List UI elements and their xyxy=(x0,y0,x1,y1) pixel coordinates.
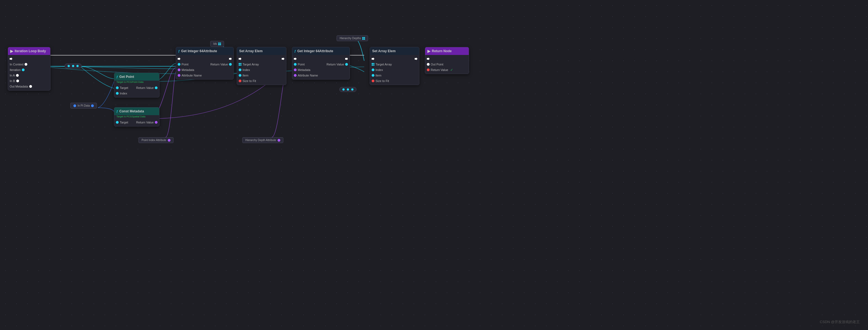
sizetofit-pin-sa2[interactable] xyxy=(372,80,374,82)
metadata-pin-gi1[interactable] xyxy=(178,68,181,71)
target-pin-cm[interactable] xyxy=(116,121,119,124)
exec-out-row xyxy=(8,56,50,62)
node-header-getint2: ƒ Get Integer 64Attribute xyxy=(292,47,349,55)
node-subtitle-getpoint: Target is PCGPoint Data xyxy=(114,81,159,84)
point-pin-gi1[interactable] xyxy=(178,63,181,66)
returnvalue-pin-return[interactable] xyxy=(427,68,430,71)
hierarchy-depths-icon xyxy=(362,37,365,40)
ids-node: Ids xyxy=(210,41,224,47)
index-pin-gp[interactable] xyxy=(116,92,119,95)
get-point-node: ƒ Get Point Target is PCGPoint Data Targ… xyxy=(114,73,159,98)
node-header-getpoint: ƒ Get Point xyxy=(114,73,159,81)
node-title-constmeta: Const Metadata xyxy=(120,109,144,113)
item-pin-sa2[interactable] xyxy=(372,74,374,77)
node-title-return: Return Node xyxy=(432,49,452,53)
node-subtitle-constmeta: Target is PCGSpatial Data xyxy=(114,115,159,118)
ina-pin[interactable] xyxy=(16,74,19,77)
ids-array-icon xyxy=(218,43,221,45)
dot3 xyxy=(76,65,79,67)
item-pin-sa1[interactable] xyxy=(239,74,241,77)
hierarchy-depths-node: Hierarchy Depths xyxy=(337,35,368,41)
node-header-setarr1: Set Array Elem xyxy=(237,47,286,55)
blueprint-canvas[interactable]: ▶ Iteration Loop Body In Context Iterati… xyxy=(0,0,868,330)
metadata-pin-gi2[interactable] xyxy=(294,68,297,71)
hierarchy-depth-attr-label: Hierarchy Depth Attribute xyxy=(245,139,276,142)
returnvalue-pin-gi2[interactable] xyxy=(345,63,348,66)
connector-row-2 xyxy=(339,87,356,92)
node-body-setarr1: Target Array Index Item Size to Fit xyxy=(237,55,286,85)
const-metadata-node: ƒ Const Metadata Target is PCGSpatial Da… xyxy=(114,107,159,127)
ina-row: In A xyxy=(8,73,50,78)
node-body-return: Out Point Return Value ✓ xyxy=(425,55,469,74)
node-title-iteration: Iteration Loop Body xyxy=(14,49,46,53)
node-body-iteration: In Context Iteration In A In B Out Metad… xyxy=(8,55,50,90)
inb-pin[interactable] xyxy=(16,80,19,82)
node-title-getint2: Get Integer 64Attribute xyxy=(298,49,333,53)
set-array-elem-1-node: Set Array Elem Target Array Index Item S… xyxy=(237,47,286,85)
returnvalue-pin-gi1[interactable] xyxy=(229,63,232,66)
exec-in-return[interactable] xyxy=(427,57,430,60)
index-pin-sa2[interactable] xyxy=(372,68,374,71)
dot1 xyxy=(68,65,70,67)
point-index-attr-label: Point Index Attribute xyxy=(142,139,166,142)
hierarchy-depth-attr-node: Hierarchy Depth Attribute xyxy=(242,137,283,143)
attrname-pin-gi1[interactable] xyxy=(178,74,181,77)
outmeta-row: Out Metadata xyxy=(8,84,50,89)
node-title-setarr1: Set Array Elem xyxy=(239,49,263,53)
exec-in-getint2[interactable] xyxy=(294,57,297,60)
point-pin-gi2[interactable] xyxy=(294,63,297,66)
attrname-pin-gi2[interactable] xyxy=(294,74,297,77)
node-header-getint1: ƒ Get Integer 64Attribute xyxy=(176,47,234,55)
outpoint-pin-return[interactable] xyxy=(427,63,430,66)
node-body-constmeta: Target Return Value xyxy=(114,118,159,126)
targetarray-icon-sa2 xyxy=(372,63,374,66)
point-index-attr-node: Point Index Attribute xyxy=(138,137,174,143)
iteration-row: Iteration xyxy=(8,67,50,73)
dot6 xyxy=(351,88,353,90)
point-index-attr-pin[interactable] xyxy=(168,139,170,142)
node-title-getint1: Get Integer 64Attribute xyxy=(181,49,217,53)
incontext-pin[interactable] xyxy=(25,63,27,66)
returnvalue-pin-cm[interactable] xyxy=(155,121,158,124)
in-pt-data-pin[interactable] xyxy=(73,104,76,107)
exec-in-getint1[interactable] xyxy=(178,57,181,60)
node-body-getpoint: Target Return Value Index xyxy=(114,84,159,97)
node-body-setarr2: Target Array Index Item Size to Fit xyxy=(370,55,419,85)
incontext-row: In Context xyxy=(8,62,50,67)
ids-label: Ids xyxy=(213,42,217,45)
node-header-iteration: ▶ Iteration Loop Body xyxy=(8,47,50,55)
exec-in-sa1[interactable] xyxy=(239,57,241,60)
index-pin-sa1[interactable] xyxy=(239,68,241,71)
dot5 xyxy=(347,88,349,90)
exec-out-getint2[interactable] xyxy=(345,57,348,60)
node-header-setarr2: Set Array Elem xyxy=(370,47,419,55)
in-pt-data-out-pin[interactable] xyxy=(91,104,94,107)
in-pt-data-node: In Pt Data xyxy=(70,103,97,109)
exec-out-sa2[interactable] xyxy=(415,57,417,60)
node-title-getpoint: Get Point xyxy=(120,75,134,79)
get-int64-attr-1-node: ƒ Get Integer 64Attribute Point Return V… xyxy=(176,47,234,80)
node-title-setarr2: Set Array Elem xyxy=(372,49,396,53)
dot2 xyxy=(72,65,74,67)
iteration-pin[interactable] xyxy=(22,68,25,71)
target-pin-gp[interactable] xyxy=(116,86,119,89)
iteration-connector-1 xyxy=(65,63,82,68)
dot4 xyxy=(342,88,345,90)
return-node: ▶ Return Node Out Point Return Value ✓ xyxy=(425,47,469,74)
sizetofit-pin-sa1[interactable] xyxy=(239,80,241,82)
node-body-getint1: Point Return Value Metadata Attribute Na… xyxy=(176,55,234,79)
iteration-loop-body-node: ▶ Iteration Loop Body In Context Iterati… xyxy=(8,47,51,90)
exec-out-getint1[interactable] xyxy=(229,57,232,60)
hierarchy-depth-attr-pin[interactable] xyxy=(278,139,280,142)
watermark: CSDN @开发游戏的老王 xyxy=(820,320,860,325)
hierarchy-depths-label: Hierarchy Depths xyxy=(340,37,361,40)
node-body-getint2: Point Return Value Metadata Attribute Na… xyxy=(292,55,349,79)
get-int64-attr-2-node: ƒ Get Integer 64Attribute Point Return V… xyxy=(292,47,350,80)
returnvalue-pin-gp[interactable] xyxy=(155,86,158,89)
in-pt-data-label: In Pt Data xyxy=(78,104,90,107)
inb-row: In B xyxy=(8,78,50,84)
outmeta-pin[interactable] xyxy=(29,85,32,88)
exec-out-pin[interactable] xyxy=(10,57,12,60)
exec-in-sa2[interactable] xyxy=(372,57,374,60)
exec-out-sa1[interactable] xyxy=(282,57,284,60)
